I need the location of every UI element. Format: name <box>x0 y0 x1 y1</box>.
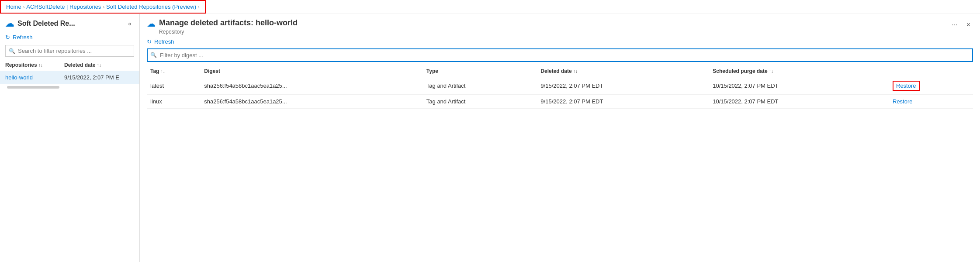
row1-scheduled-purge: 10/15/2022, 2:07 PM EDT <box>709 77 889 94</box>
repo-link[interactable]: hello-world <box>5 74 33 81</box>
restore-button-1[interactable]: Restore <box>896 82 916 89</box>
main-layout: ☁ Soft Deleted Re... « ↻ Refresh 🔍 Repos… <box>0 14 980 262</box>
table-row: latest sha256:f54a58bc1aac5ea1a25... Tag… <box>147 77 973 94</box>
row2-tag: linux <box>147 94 201 108</box>
search-box: 🔍 <box>5 45 134 57</box>
left-refresh-icon: ↻ <box>5 34 10 41</box>
right-panel: ☁ Manage deleted artifacts: hello-world … <box>140 14 980 262</box>
restore-button-2[interactable]: Restore <box>893 98 913 105</box>
col-type: Type <box>423 65 537 77</box>
col-tag: Tag ↑↓ <box>147 65 201 77</box>
breadcrumb-soft-deleted[interactable]: Soft Deleted Repositories (Preview) <box>106 3 196 10</box>
sort-tag-icon[interactable]: ↑↓ <box>161 69 165 74</box>
left-panel-title-text: Soft Deleted Re... <box>17 20 75 27</box>
search-icon: 🔍 <box>9 48 15 54</box>
collapse-button[interactable]: « <box>125 19 134 28</box>
filter-input[interactable] <box>147 48 973 62</box>
left-refresh-label: Refresh <box>13 34 33 41</box>
sort-repositories-icon[interactable]: ↑↓ <box>38 63 43 68</box>
left-panel-header: ☁ Soft Deleted Re... « <box>0 14 139 31</box>
row2-action: Restore <box>889 94 973 108</box>
breadcrumb-home[interactable]: Home <box>6 3 21 10</box>
right-refresh-label: Refresh <box>154 38 174 45</box>
left-panel: ☁ Soft Deleted Re... « ↻ Refresh 🔍 Repos… <box>0 14 140 262</box>
sort-deleted-date-icon[interactable]: ↑↓ <box>97 63 101 68</box>
horizontal-scrollbar[interactable] <box>7 86 59 89</box>
filter-box: 🔍 <box>147 48 973 62</box>
right-title-area: ☁ Manage deleted artifacts: hello-world … <box>147 18 298 35</box>
col-actions <box>889 65 973 77</box>
row2-digest: sha256:f54a58bc1aac5ea1a25... <box>201 94 423 108</box>
row2-type: Tag and Artifact <box>423 94 537 108</box>
row2-scheduled-purge: 10/15/2022, 2:07 PM EDT <box>709 94 889 108</box>
cloud-icon: ☁ <box>5 18 14 29</box>
repo-deleted-date: 9/15/2022, 2:07 PM E <box>59 71 139 84</box>
row1-deleted-date: 9/15/2022, 2:07 PM EDT <box>537 77 709 94</box>
right-header: ☁ Manage deleted artifacts: hello-world … <box>140 14 980 37</box>
col-digest: Digest <box>201 65 423 77</box>
right-panel-title: Manage deleted artifacts: hello-world <box>159 18 298 28</box>
close-button[interactable]: × <box>964 20 973 30</box>
ellipsis-button[interactable]: ··· <box>949 20 960 30</box>
table-row: linux sha256:f54a58bc1aac5ea1a25... Tag … <box>147 94 973 108</box>
left-table: Repositories ↑↓ Deleted date ↑↓ hello-wo… <box>0 59 139 262</box>
breadcrumb: Home › ACRSoftDelete | Repositories › So… <box>0 0 206 14</box>
col-deleted-date-right: Deleted date ↑↓ <box>537 65 709 77</box>
filter-icon: 🔍 <box>150 52 157 58</box>
right-table: Tag ↑↓ Digest Type Deleted date ↑↓ <box>140 65 980 262</box>
right-refresh-icon: ↻ <box>147 38 152 45</box>
sort-deleted-date-right-icon[interactable]: ↑↓ <box>573 69 578 74</box>
repo-name: hello-world <box>0 71 59 84</box>
sort-scheduled-purge-icon[interactable]: ↑↓ <box>769 69 773 74</box>
table-row[interactable]: hello-world 9/15/2022, 2:07 PM E <box>0 71 139 84</box>
row1-digest: sha256:f54a58bc1aac5ea1a25... <box>201 77 423 94</box>
col-repositories: Repositories ↑↓ <box>0 59 59 71</box>
row2-deleted-date: 9/15/2022, 2:07 PM EDT <box>537 94 709 108</box>
header-icons: ··· × <box>949 20 973 30</box>
left-refresh-button[interactable]: ↻ Refresh <box>0 31 139 43</box>
breadcrumb-sep-2: › <box>103 4 104 10</box>
row1-action: Restore <box>889 77 973 94</box>
breadcrumb-sep-3: › <box>198 4 200 10</box>
breadcrumb-acr[interactable]: ACRSoftDelete | Repositories <box>26 3 101 10</box>
left-panel-title: ☁ Soft Deleted Re... <box>5 18 75 29</box>
search-input[interactable] <box>5 45 134 57</box>
col-scheduled-purge: Scheduled purge date ↑↓ <box>709 65 889 77</box>
row1-type: Tag and Artifact <box>423 77 537 94</box>
scroll-bar-container <box>0 84 139 90</box>
col-deleted-date: Deleted date ↑↓ <box>59 59 139 71</box>
right-panel-subtitle: Repository <box>159 29 298 35</box>
right-cloud-icon: ☁ <box>147 18 156 29</box>
breadcrumb-sep-1: › <box>23 4 25 10</box>
row1-tag: latest <box>147 77 201 94</box>
right-refresh-button[interactable]: ↻ Refresh <box>140 37 980 48</box>
